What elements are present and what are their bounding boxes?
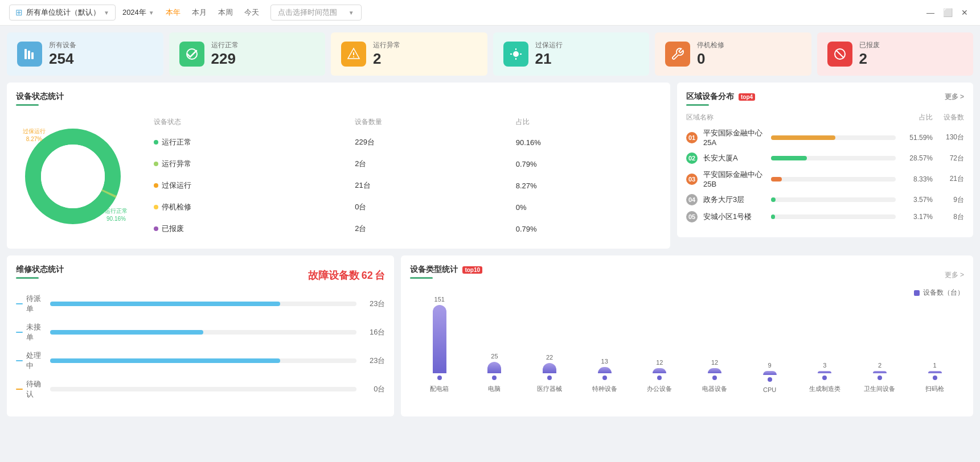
bar-chart-col: 151 配电箱 (416, 296, 463, 393)
bar-dot-icon (547, 376, 552, 380)
bar-chart-col: 13 特种设备 (581, 358, 628, 393)
maintenance-bar-count: 16台 (362, 327, 385, 337)
fault-number: 62 (362, 270, 373, 281)
svg-point-17 (41, 145, 105, 208)
time-range-select[interactable]: 点击选择时间范围 ▼ (270, 5, 362, 20)
device-type-underline (410, 277, 433, 279)
summary-card-abnormal[interactable]: 运行异常 2 (331, 32, 487, 76)
scrapped-value: 2 (859, 50, 880, 68)
fault-count-area: 故障设备数 62 台 (308, 269, 385, 282)
summary-card-scrapped[interactable]: 已报废 2 (817, 32, 974, 76)
maintenance-bar-fill (50, 330, 203, 335)
left-panel: 设备状态统计 运 (7, 82, 670, 249)
bar-value: 151 (434, 296, 445, 303)
region-more-link[interactable]: 更多 > (945, 92, 964, 102)
maintenance-header: 维修状态统计 故障设备数 62 台 (16, 265, 385, 286)
all-devices-label: 所有设备 (49, 40, 76, 50)
bar-chart-col: 22 医疗器械 (526, 354, 573, 393)
period-btn-month[interactable]: 本月 (187, 6, 211, 19)
bar-dot-icon (492, 376, 497, 380)
status-table-row: 运行正常 229台 90.16% (147, 131, 661, 153)
device-status-content: 运行正常90.16% 过保运行8.27% 设备状态 设备数量 占比 (16, 113, 661, 240)
year-select[interactable]: 2024年 ▼ (122, 7, 154, 18)
region-rank: 02 (686, 152, 698, 164)
bar-dot-icon (768, 377, 772, 382)
bar-chart-col: 9 CPU (746, 362, 793, 393)
region-row: 04 政务大厅3层 3.57% 9台 (686, 194, 964, 205)
maintenance-bar-count: 23台 (362, 299, 385, 309)
bar-chart-col: 12 电器设备 (691, 359, 739, 394)
region-name: 安城小区1号楼 (703, 212, 765, 222)
region-rows: 01 平安国际金融中心25A 51.59% 130台 02 长安大厦A 28.5… (686, 128, 964, 222)
svg-point-5 (353, 56, 354, 57)
bar-rect (818, 371, 831, 373)
bar-rect (763, 371, 777, 375)
region-bar-fill (771, 177, 781, 182)
svg-rect-2 (31, 52, 34, 59)
region-count: 9台 (938, 195, 964, 205)
maintenance-value: 0 (697, 50, 724, 68)
bar-dot-icon (933, 376, 937, 380)
bar-dot-icon (437, 376, 442, 380)
maintenance-card: 维修状态统计 故障设备数 62 台 待派单 23台 未接单 16台 (7, 255, 394, 416)
region-pct: 3.17% (901, 213, 933, 221)
bar-value: 13 (601, 358, 608, 365)
bar-label: CPU (763, 386, 776, 393)
region-row: 03 平安国际金融中心25B 8.33% 21台 (686, 170, 964, 188)
maintenance-title: 维修状态统计 (16, 265, 64, 275)
region-name: 政务大厅3层 (703, 195, 765, 205)
device-type-card: 设备类型统计 top10 更多 > 设备数（台） 151 配电箱 25 电脑 2… (401, 255, 973, 416)
unit-chevron-icon: ▼ (104, 10, 109, 16)
maintenance-label: 停机检修 (697, 40, 724, 50)
maintenance-bar-row: 待派单 23台 (16, 294, 385, 314)
status-table-row: 停机检修 0台 0% (147, 196, 661, 218)
close-button[interactable]: ✕ (958, 6, 971, 19)
device-status-underline (16, 104, 39, 106)
bar-chart-col: 12 办公设备 (636, 359, 683, 394)
summary-card-maintenance[interactable]: 停机检修 0 (655, 32, 811, 76)
main-content: 设备状态统计 运 (7, 82, 973, 249)
maintenance-icon (665, 42, 690, 67)
bar-dot-icon (602, 376, 607, 380)
unit-select[interactable]: ⊞ 所有单位统计（默认） ▼ (9, 5, 116, 20)
scrapped-label: 已报废 (859, 40, 880, 50)
time-range-placeholder: 点击选择时间范围 (278, 7, 337, 18)
maximize-button[interactable]: ⬜ (941, 6, 954, 19)
region-bar-track (771, 135, 896, 140)
maintenance-underline (16, 277, 39, 279)
region-card: 区域设备分布 top4 更多 > 区域名称 占比 设备数 01 平安国际金融中心… (677, 82, 973, 237)
summary-card-running[interactable]: 运行正常 229 (169, 32, 326, 76)
maintenance-bar-row: 未接单 16台 (16, 322, 385, 343)
region-rank: 05 (686, 211, 698, 222)
right-panel: 区域设备分布 top4 更多 > 区域名称 占比 设备数 01 平安国际金融中心… (677, 82, 973, 249)
region-row: 02 长安大厦A 28.57% 72台 (686, 152, 964, 164)
bar-dot-icon (878, 376, 882, 380)
device-type-more-link[interactable]: 更多 > (945, 270, 964, 280)
region-badge: top4 (739, 93, 755, 101)
summary-card-overdue[interactable]: 过保运行 21 (493, 32, 650, 76)
minimize-button[interactable]: — (924, 6, 937, 19)
chart-legend: 设备数（台） (410, 288, 964, 298)
bar-label: 配电箱 (430, 385, 449, 393)
bar-chart-col: 2 卫生间设备 (856, 362, 904, 393)
region-rank: 03 (686, 174, 698, 185)
region-count: 21台 (938, 174, 964, 184)
region-count: 8台 (938, 212, 964, 222)
svg-rect-1 (28, 51, 30, 59)
period-btn-year[interactable]: 本年 (161, 6, 185, 19)
device-status-title: 设备状态统计 (16, 92, 661, 102)
summary-card-all[interactable]: 所有设备 254 (7, 32, 163, 76)
maintenance-bar-count: 23台 (362, 356, 385, 366)
svg-point-6 (513, 51, 519, 57)
maintenance-bar-label: 处理中 (16, 350, 44, 371)
maintenance-bar-track (50, 358, 356, 363)
bar-value: 1 (933, 362, 937, 369)
bar-rect (433, 305, 446, 373)
bar-label: 卫生间设备 (864, 385, 895, 393)
maintenance-bar-count: 0台 (362, 384, 385, 394)
region-row: 01 平安国际金融中心25A 51.59% 130台 (686, 128, 964, 147)
period-btn-week[interactable]: 本周 (214, 6, 237, 19)
bar-value: 25 (491, 353, 498, 360)
bar-rect (873, 371, 887, 373)
period-btn-today[interactable]: 今天 (240, 6, 264, 19)
